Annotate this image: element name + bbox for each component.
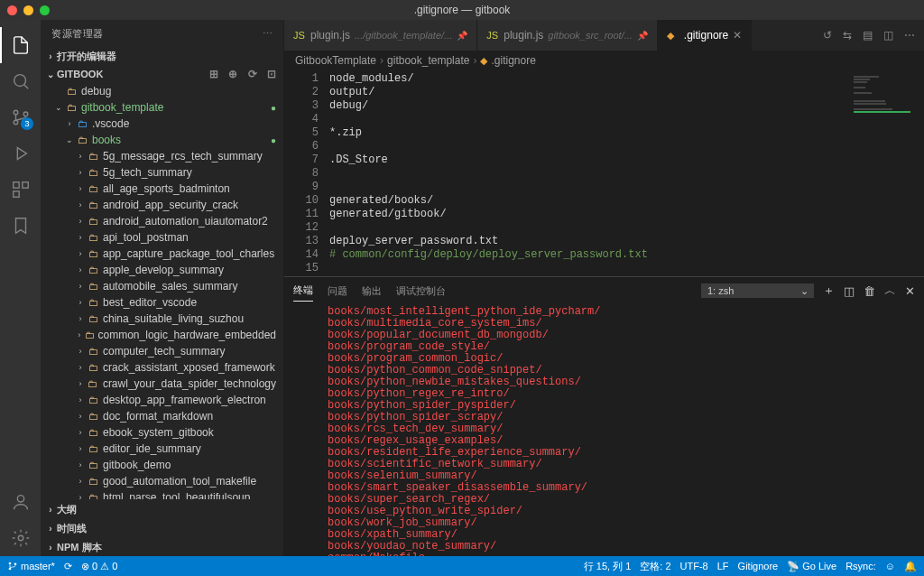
tree-item[interactable]: ⌄🗀gitbook_template● <box>41 99 283 116</box>
more-icon[interactable]: ⋯ <box>904 29 915 42</box>
status-golive[interactable]: 📡 Go Live <box>787 561 836 572</box>
folder-icon: 🗀 <box>86 443 100 454</box>
trash-icon[interactable]: 🗑 <box>864 284 875 298</box>
minimize-window[interactable] <box>23 5 33 15</box>
tree-item[interactable]: ›🗀5g_message_rcs_tech_summary <box>41 148 283 164</box>
status-eol[interactable]: LF <box>717 561 729 571</box>
tree-item[interactable]: ›🗀api_tool_postman <box>41 229 283 246</box>
activity-debug[interactable] <box>0 135 41 172</box>
chevron-right-icon: › <box>75 493 86 499</box>
tree-item[interactable]: ›🗀good_automation_tool_makefile <box>41 473 283 489</box>
tree-label: computer_tech_summary <box>103 345 225 358</box>
chevron-up-icon[interactable]: ︿ <box>884 283 896 299</box>
activity-extensions[interactable] <box>0 172 41 208</box>
panel-tab-terminal[interactable]: 终端 <box>293 280 313 302</box>
tree-item[interactable]: ›🗀desktop_app_framework_electron <box>41 392 283 408</box>
minimap[interactable] <box>843 70 924 276</box>
history-icon[interactable]: ↺ <box>823 29 832 42</box>
pin-icon[interactable]: 📌 <box>637 31 648 41</box>
status-rsync[interactable]: Rsync: <box>845 561 876 571</box>
breadcrumb-item[interactable]: .gitignore <box>491 54 535 67</box>
terminal-selector[interactable]: 1: zsh ⌄ <box>701 283 814 298</box>
editor-tab[interactable]: ◆.gitignore✕ <box>658 20 752 51</box>
tree-label: gitbook_demo <box>103 459 171 471</box>
workspace-actions[interactable]: ⊞ ⊕ ⟳ ⊡ <box>209 68 280 80</box>
status-errors[interactable]: ⊗ 0 ⚠ 0 <box>81 561 117 572</box>
breadcrumbs[interactable]: GitbookTemplate › gitbook_template › ◆ .… <box>284 51 924 70</box>
tree-item[interactable]: ›🗀html_parse_tool_beautifulsoup <box>41 489 283 499</box>
branch-icon <box>7 561 18 571</box>
status-cursor[interactable]: 行 15, 列 1 <box>584 560 632 573</box>
tree-item[interactable]: ⌄🗀books● <box>41 132 283 148</box>
sidebar-more[interactable]: ⋯ <box>263 28 273 40</box>
activity-account[interactable] <box>0 484 41 520</box>
new-terminal-icon[interactable]: ＋ <box>823 283 835 299</box>
split-icon[interactable]: ◫ <box>883 29 893 42</box>
tree-item[interactable]: ›🗀all_age_sports_badminton <box>41 181 283 197</box>
svg-point-7 <box>17 496 23 502</box>
tree-item[interactable]: ›🗀5g_tech_summary <box>41 164 283 181</box>
tree-item[interactable]: ›🗀apple_develop_summary <box>41 262 283 278</box>
activity-explorer[interactable] <box>0 27 41 63</box>
tree-label: automobile_sales_summary <box>103 280 237 293</box>
file-tree[interactable]: 🗀debug⌄🗀gitbook_template●›🗀.vscode⌄🗀book… <box>41 83 283 499</box>
outline-section[interactable]: › 大纲 <box>41 499 283 518</box>
tree-item[interactable]: ›🗀android_automation_uiautomator2 <box>41 213 283 229</box>
close-window[interactable] <box>7 5 17 15</box>
status-bell[interactable]: 🔔 <box>904 561 917 572</box>
editor-tab[interactable]: JSplugin.js.../gitbook_template/...📌 <box>284 20 477 51</box>
close-panel-icon[interactable]: ✕ <box>905 284 915 298</box>
tree-item[interactable]: ›🗀editor_ide_summary <box>41 441 283 457</box>
tree-item[interactable]: ›🗀automobile_sales_summary <box>41 278 283 294</box>
activity-scm[interactable]: 3 <box>0 99 41 135</box>
tree-item[interactable]: ›🗀app_capture_package_tool_charles <box>41 246 283 262</box>
tree-item[interactable]: ›🗀best_editor_vscode <box>41 294 283 311</box>
npm-section[interactable]: › NPM 脚本 <box>41 537 283 556</box>
tree-item[interactable]: ›🗀china_suitable_living_suzhou <box>41 311 283 327</box>
tree-item[interactable]: ›🗀crack_assistant_xposed_framework <box>41 359 283 376</box>
tree-item[interactable]: ›🗀crawl_your_data_spider_technology <box>41 376 283 392</box>
folder-icon: 🗀 <box>86 395 100 405</box>
status-encoding[interactable]: UTF-8 <box>680 561 708 571</box>
panel-tab-problems[interactable]: 问题 <box>328 281 347 302</box>
open-editors-section[interactable]: › 打开的编辑器 <box>41 47 283 65</box>
tree-item[interactable]: ›🗀common_logic_hardware_embedded <box>41 327 283 343</box>
folder-icon: 🗀 <box>75 118 89 129</box>
tree-item[interactable]: ›🗀android_app_security_crack <box>41 197 283 213</box>
timeline-section[interactable]: › 时间线 <box>41 518 283 537</box>
chevron-right-icon: › <box>75 363 86 372</box>
tabs-bar: JSplugin.js.../gitbook_template/...📌JSpl… <box>284 20 924 51</box>
tree-item[interactable]: ›🗀ebook_system_gitbook <box>41 424 283 441</box>
tree-item[interactable]: ›🗀computer_tech_summary <box>41 343 283 359</box>
editor-tab[interactable]: JSplugin.jsgitbook_src_root/...📌 <box>477 20 658 51</box>
tree-item[interactable]: ›🗀gitbook_demo <box>41 457 283 473</box>
activity-bookmark[interactable] <box>0 208 41 244</box>
breadcrumb-item[interactable]: GitbookTemplate <box>295 54 376 67</box>
code-content[interactable]: node_modules/output/debug/ *.zip .DS_Sto… <box>329 70 843 276</box>
status-branch[interactable]: master* <box>7 561 55 571</box>
status-sync[interactable]: ⟳ <box>64 561 72 572</box>
panel-tab-output[interactable]: 输出 <box>362 281 382 302</box>
editor-body[interactable]: 123456789101112131415 node_modules/outpu… <box>284 70 924 276</box>
maximize-window[interactable] <box>40 5 50 15</box>
activity-settings[interactable] <box>0 520 41 556</box>
chevron-right-icon: › <box>75 314 86 323</box>
close-icon[interactable]: ✕ <box>733 29 742 42</box>
scm-badge: 3 <box>21 117 33 130</box>
account-icon <box>11 492 31 512</box>
panel-tab-debug[interactable]: 调试控制台 <box>396 281 446 302</box>
status-spaces[interactable]: 空格: 2 <box>640 560 670 573</box>
workspace-section[interactable]: ⌄ GITBOOK ⊞ ⊕ ⟳ ⊡ <box>41 65 283 83</box>
split-terminal-icon[interactable]: ◫ <box>844 284 855 298</box>
tree-item[interactable]: ›🗀doc_format_markdown <box>41 408 283 424</box>
tree-item[interactable]: 🗀debug <box>41 83 283 99</box>
tree-item[interactable]: ›🗀.vscode <box>41 116 283 132</box>
status-language[interactable]: Gitignore <box>738 561 779 571</box>
diff-icon[interactable]: ▤ <box>863 29 873 42</box>
terminal-content[interactable]: books/most_intelligent_python_ide_pychar… <box>284 304 924 556</box>
compare-icon[interactable]: ⇆ <box>843 29 852 42</box>
status-feedback[interactable]: ☺ <box>885 561 895 571</box>
breadcrumb-item[interactable]: gitbook_template <box>387 54 469 67</box>
pin-icon[interactable]: 📌 <box>457 31 467 41</box>
activity-search[interactable] <box>0 63 41 99</box>
